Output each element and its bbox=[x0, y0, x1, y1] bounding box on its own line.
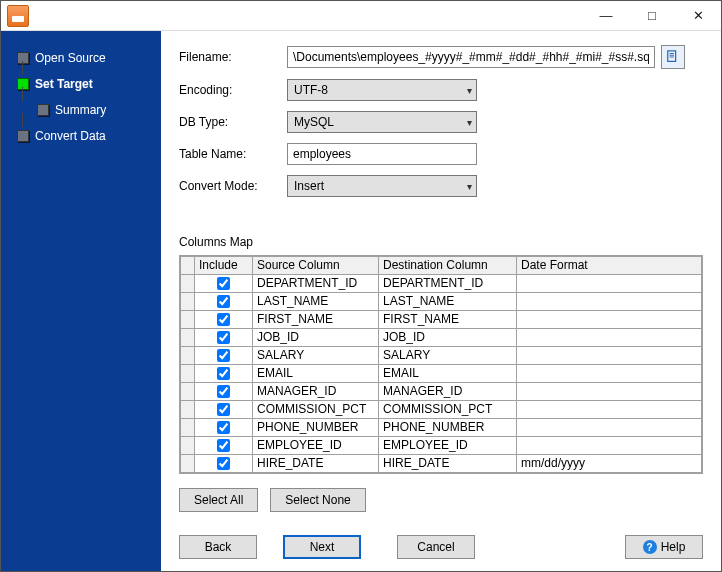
include-checkbox[interactable] bbox=[217, 313, 230, 326]
source-column-cell[interactable]: MANAGER_ID bbox=[253, 383, 379, 401]
date-format-cell[interactable] bbox=[517, 293, 702, 311]
date-format-cell[interactable] bbox=[517, 401, 702, 419]
col-header-source[interactable]: Source Column bbox=[253, 257, 379, 275]
row-header[interactable] bbox=[181, 401, 195, 419]
row-header[interactable] bbox=[181, 311, 195, 329]
date-format-cell[interactable] bbox=[517, 383, 702, 401]
source-column-cell[interactable]: EMAIL bbox=[253, 365, 379, 383]
include-checkbox[interactable] bbox=[217, 349, 230, 362]
table-row[interactable]: JOB_IDJOB_ID bbox=[181, 329, 702, 347]
wizard-window: — □ ✕ Open SourceSet TargetSummaryConver… bbox=[0, 0, 722, 572]
wizard-step[interactable]: Summary bbox=[1, 97, 161, 123]
maximize-button[interactable]: □ bbox=[629, 1, 675, 30]
row-header[interactable] bbox=[181, 437, 195, 455]
row-header[interactable] bbox=[181, 455, 195, 473]
col-header-include[interactable]: Include bbox=[195, 257, 253, 275]
browse-file-button[interactable] bbox=[661, 45, 685, 69]
close-button[interactable]: ✕ bbox=[675, 1, 721, 30]
date-format-cell[interactable] bbox=[517, 437, 702, 455]
include-checkbox[interactable] bbox=[217, 277, 230, 290]
minimize-button[interactable]: — bbox=[583, 1, 629, 30]
source-column-cell[interactable]: PHONE_NUMBER bbox=[253, 419, 379, 437]
step-marker-icon bbox=[17, 130, 29, 142]
dest-column-cell[interactable]: SALARY bbox=[379, 347, 517, 365]
dest-column-cell[interactable]: JOB_ID bbox=[379, 329, 517, 347]
table-row[interactable]: COMMISSION_PCTCOMMISSION_PCT bbox=[181, 401, 702, 419]
cancel-button[interactable]: Cancel bbox=[397, 535, 475, 559]
row-header[interactable] bbox=[181, 347, 195, 365]
source-column-cell[interactable]: HIRE_DATE bbox=[253, 455, 379, 473]
table-row[interactable]: FIRST_NAMEFIRST_NAME bbox=[181, 311, 702, 329]
col-header-datefmt[interactable]: Date Format bbox=[517, 257, 702, 275]
source-column-cell[interactable]: COMMISSION_PCT bbox=[253, 401, 379, 419]
include-checkbox[interactable] bbox=[217, 457, 230, 470]
table-row[interactable]: SALARYSALARY bbox=[181, 347, 702, 365]
tablename-input[interactable] bbox=[287, 143, 477, 165]
row-header[interactable] bbox=[181, 365, 195, 383]
source-column-cell[interactable]: DEPARTMENT_ID bbox=[253, 275, 379, 293]
columns-map-grid[interactable]: Include Source Column Destination Column… bbox=[179, 255, 703, 474]
row-header[interactable] bbox=[181, 275, 195, 293]
row-header[interactable] bbox=[181, 329, 195, 347]
svg-rect-0 bbox=[668, 51, 676, 62]
source-column-cell[interactable]: FIRST_NAME bbox=[253, 311, 379, 329]
include-checkbox[interactable] bbox=[217, 331, 230, 344]
window-controls: — □ ✕ bbox=[583, 1, 721, 30]
dest-column-cell[interactable]: LAST_NAME bbox=[379, 293, 517, 311]
date-format-cell[interactable]: mm/dd/yyyy bbox=[517, 455, 702, 473]
table-row[interactable]: EMAILEMAIL bbox=[181, 365, 702, 383]
date-format-cell[interactable] bbox=[517, 329, 702, 347]
dest-column-cell[interactable]: DEPARTMENT_ID bbox=[379, 275, 517, 293]
help-button[interactable]: ? Help bbox=[625, 535, 703, 559]
dest-column-cell[interactable]: EMPLOYEE_ID bbox=[379, 437, 517, 455]
table-row[interactable]: LAST_NAMELAST_NAME bbox=[181, 293, 702, 311]
source-column-cell[interactable]: EMPLOYEE_ID bbox=[253, 437, 379, 455]
select-none-button[interactable]: Select None bbox=[270, 488, 365, 512]
col-header-dest[interactable]: Destination Column bbox=[379, 257, 517, 275]
chevron-down-icon: ▾ bbox=[467, 85, 472, 96]
source-column-cell[interactable]: SALARY bbox=[253, 347, 379, 365]
dbtype-select[interactable]: MySQL ▾ bbox=[287, 111, 477, 133]
include-checkbox[interactable] bbox=[217, 295, 230, 308]
dest-column-cell[interactable]: PHONE_NUMBER bbox=[379, 419, 517, 437]
convertmode-value: Insert bbox=[294, 179, 324, 193]
next-button[interactable]: Next bbox=[283, 535, 361, 559]
include-checkbox[interactable] bbox=[217, 403, 230, 416]
source-column-cell[interactable]: JOB_ID bbox=[253, 329, 379, 347]
date-format-cell[interactable] bbox=[517, 419, 702, 437]
table-row[interactable]: PHONE_NUMBERPHONE_NUMBER bbox=[181, 419, 702, 437]
table-row[interactable]: EMPLOYEE_IDEMPLOYEE_ID bbox=[181, 437, 702, 455]
table-row[interactable]: DEPARTMENT_IDDEPARTMENT_ID bbox=[181, 275, 702, 293]
source-column-cell[interactable]: LAST_NAME bbox=[253, 293, 379, 311]
filename-input[interactable] bbox=[287, 46, 655, 68]
back-button[interactable]: Back bbox=[179, 535, 257, 559]
dest-column-cell[interactable]: COMMISSION_PCT bbox=[379, 401, 517, 419]
include-checkbox[interactable] bbox=[217, 439, 230, 452]
dest-column-cell[interactable]: MANAGER_ID bbox=[379, 383, 517, 401]
date-format-cell[interactable] bbox=[517, 311, 702, 329]
row-header[interactable] bbox=[181, 383, 195, 401]
include-checkbox[interactable] bbox=[217, 385, 230, 398]
dest-column-cell[interactable]: FIRST_NAME bbox=[379, 311, 517, 329]
step-label: Summary bbox=[55, 103, 106, 117]
include-checkbox[interactable] bbox=[217, 367, 230, 380]
app-icon bbox=[7, 5, 29, 27]
convertmode-select[interactable]: Insert ▾ bbox=[287, 175, 477, 197]
dest-column-cell[interactable]: HIRE_DATE bbox=[379, 455, 517, 473]
date-format-cell[interactable] bbox=[517, 365, 702, 383]
row-header[interactable] bbox=[181, 293, 195, 311]
table-row[interactable]: HIRE_DATEHIRE_DATEmm/dd/yyyy bbox=[181, 455, 702, 473]
dest-column-cell[interactable]: EMAIL bbox=[379, 365, 517, 383]
date-format-cell[interactable] bbox=[517, 347, 702, 365]
step-label: Set Target bbox=[35, 77, 93, 91]
select-all-button[interactable]: Select All bbox=[179, 488, 258, 512]
wizard-step[interactable]: Convert Data bbox=[1, 123, 161, 149]
row-header[interactable] bbox=[181, 419, 195, 437]
wizard-step[interactable]: Open Source bbox=[1, 45, 161, 71]
table-row[interactable]: MANAGER_IDMANAGER_ID bbox=[181, 383, 702, 401]
include-checkbox[interactable] bbox=[217, 421, 230, 434]
wizard-step[interactable]: Set Target bbox=[1, 71, 161, 97]
date-format-cell[interactable] bbox=[517, 275, 702, 293]
encoding-select[interactable]: UTF-8 ▾ bbox=[287, 79, 477, 101]
step-marker-icon bbox=[37, 104, 49, 116]
